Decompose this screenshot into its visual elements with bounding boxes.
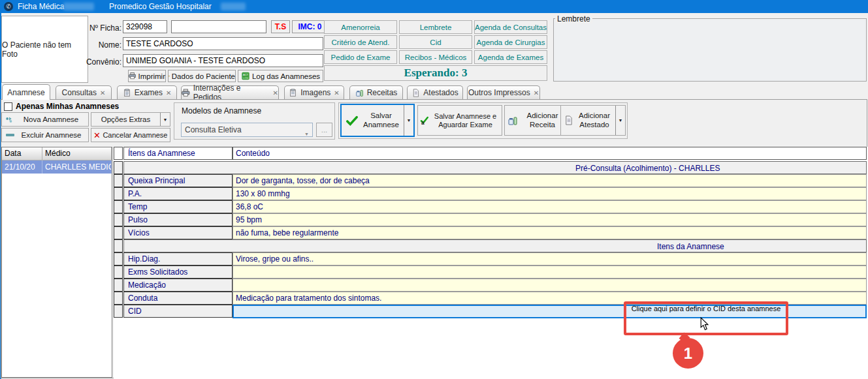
table-row: Temp 36,8 oC (114, 200, 868, 213)
tab-label: Outros Impressos (468, 88, 530, 97)
close-tab-icon[interactable]: ✕ (273, 89, 278, 97)
item-value[interactable] (233, 279, 867, 292)
table-header-row: Ítens da Anamnese Conteúdo (114, 147, 868, 160)
header-conteudo: Conteúdo (233, 147, 867, 160)
item-value[interactable]: Dor de garganta, tosse, dor de cabeça (233, 174, 867, 187)
quick-button-agenda-cirurgias[interactable]: Agenda de Cirurgias (474, 35, 547, 49)
item-label[interactable]: Pulso (123, 213, 233, 226)
item-label[interactable]: Conduta (123, 292, 233, 305)
table-group-row: Itens da Anamnese (114, 239, 868, 252)
quick-button-agenda-exames[interactable]: Agenda de Exames (474, 50, 547, 64)
item-value[interactable] (233, 265, 867, 279)
convenio-input[interactable]: UNIMED GOIANIA - TESTE CARDOSO (123, 54, 323, 67)
history-header-medico[interactable]: Médico (42, 147, 112, 160)
cancelar-anamnese-label: Cancelar Anamnese (101, 131, 170, 139)
log-anamneses-button[interactable]: ACTLOG Log das Anamneses (238, 70, 323, 82)
lembrete-memo[interactable] (553, 18, 867, 82)
group-label: Pré-Consulta (Acolhimento) - CHARLLES (575, 162, 720, 174)
redacted-text (221, 3, 246, 10)
close-tab-icon[interactable]: ✕ (100, 89, 105, 97)
title-bar: ✆ Ficha Médica Promedico Gestão Hospital… (0, 0, 868, 13)
nome-input[interactable]: TESTE CARDOSO (123, 37, 323, 50)
tab-outros-impressos[interactable]: Outros Impressos✕ (467, 85, 540, 99)
imprimir-button[interactable]: Imprimir (128, 70, 166, 82)
app-name: Promedico Gestão Hospitalar (109, 2, 212, 11)
modelos-combo[interactable]: Consulta Eletiva ▼ (181, 123, 313, 137)
ficha-input[interactable]: 329098 (123, 20, 167, 33)
phone-icon: ✆ (4, 2, 13, 11)
table-row: P.A. 130 x 80 mmhg (114, 187, 868, 200)
quick-button-lembrete[interactable]: Lembrete (399, 20, 472, 34)
dropdown-icon[interactable]: ▼ (615, 106, 625, 135)
recipe-icon (355, 89, 364, 97)
item-value[interactable]: 95 bpm (233, 213, 867, 226)
log-anamneses-label: Log das Anamneses (252, 72, 320, 80)
close-tab-icon[interactable]: ✕ (166, 89, 171, 97)
adicionar-atestado-button[interactable]: Adicionar Atestado ▼ (560, 105, 626, 136)
tab-anamnese[interactable]: Anamnese (2, 84, 50, 100)
quick-button-cid[interactable]: Cid (399, 35, 472, 49)
tab-atestados[interactable]: Atestados (407, 85, 463, 99)
table-row: Queixa Principal Dor de garganta, tosse,… (114, 174, 868, 187)
tab-consultas[interactable]: Consultas✕ (56, 85, 112, 99)
table-group-row: Pré-Consulta (Acolhimento) - CHARLLES (114, 161, 868, 174)
quick-button-agenda-consultas[interactable]: Agenda de Consultas (474, 20, 547, 34)
item-label[interactable]: Exms Solicitados (123, 265, 233, 279)
printer-icon (129, 72, 136, 80)
salvar-aguardar-label: Salvar Anamnese e Aguardar Exame (429, 112, 502, 129)
modelos-more-button[interactable]: ... (316, 123, 332, 137)
dropdown-icon[interactable]: ▼ (160, 113, 170, 126)
apenas-minhas-label: Apenas Minhas Anamneses (16, 102, 119, 111)
quick-button-recibos-medicos[interactable]: Recibos - Médicos (399, 50, 472, 64)
quick-button-pedido-exame[interactable]: Pedido de Exame (324, 50, 397, 64)
item-label[interactable]: Hip.Diag. (123, 252, 233, 265)
quick-button-criterio-atend[interactable]: Critério de Atend. (324, 35, 397, 49)
check-a-icon: a (419, 115, 429, 125)
nova-anamnese-button[interactable]: Nova Anamnese (1, 112, 89, 127)
close-tab-icon[interactable]: ✕ (534, 89, 539, 97)
dados-paciente-button[interactable]: Dados do Paciente (168, 70, 236, 82)
nome-label: Nome: (72, 40, 121, 50)
item-label[interactable]: Medicação (123, 279, 233, 292)
item-value[interactable]: 130 x 80 mmhg (233, 187, 867, 200)
history-row-selected[interactable]: 21/10/20 CHARLLES MEDICO (2, 160, 112, 174)
tab-exames[interactable]: Exames✕ (117, 85, 177, 99)
opcoes-extras-button[interactable]: Opções Extras ▼ (91, 112, 170, 127)
cancelar-anamnese-button[interactable]: ✕ Cancelar Anamnese (91, 128, 170, 142)
ficha-label: Nº Ficha: (72, 23, 121, 33)
item-value[interactable]: Virose, gripe ou afins.. (233, 252, 867, 265)
modelos-label: Modelos de Anamnese (182, 106, 261, 115)
item-value[interactable]: 36,8 oC (233, 200, 867, 213)
close-tab-icon[interactable]: ✕ (334, 89, 339, 97)
notes-icon (289, 89, 297, 97)
salvar-aguardar-button[interactable]: a Salvar Anamnese e Aguardar Exame (417, 105, 502, 136)
ficha-extra-input[interactable] (171, 20, 266, 33)
quick-button-amenorreia[interactable]: Amenorreia (324, 20, 397, 34)
excluir-anamnese-button[interactable]: Excluir Anamnese (1, 128, 89, 142)
header-itens: Ítens da Anamnese (123, 147, 233, 160)
esperando-banner: Esperando: 3 (324, 65, 547, 81)
item-value[interactable]: não fuma, bebe regularmente (233, 226, 867, 239)
anamnese-history-grid: Data Médico 21/10/20 CHARLLES MEDICO (1, 147, 112, 378)
tab-internacoes-pedidos[interactable]: Internações e Pedidos✕ (181, 85, 279, 99)
imc-indicator: IMC: 0 (292, 20, 328, 33)
lembrete-group-label: Lembrete (555, 14, 592, 23)
table-row: Medicação (114, 279, 868, 292)
apenas-minhas-checkbox[interactable] (4, 102, 12, 111)
item-label[interactable]: Queixa Principal (123, 174, 233, 187)
check-icon (346, 115, 359, 127)
doc-icon (411, 89, 420, 97)
patient-card-icon (169, 72, 170, 80)
chevron-down-icon: ▼ (304, 128, 309, 141)
item-label[interactable]: CID (123, 305, 233, 318)
salvar-anamnese-button[interactable]: Salvar Anamnese ▼ (340, 104, 415, 137)
app-window: ✆ Ficha Médica Promedico Gestão Hospital… (0, 0, 868, 379)
item-label[interactable]: Temp (123, 200, 233, 213)
tab-receitas[interactable]: Receitas (349, 85, 403, 99)
history-header-data[interactable]: Data (2, 147, 42, 160)
dropdown-icon[interactable]: ▼ (404, 105, 413, 136)
tab-imagens[interactable]: Imagens✕ (284, 85, 344, 99)
item-label[interactable]: P.A. (123, 187, 233, 200)
ts-button[interactable]: T.S (271, 20, 290, 33)
item-label[interactable]: Vícios (123, 226, 233, 239)
